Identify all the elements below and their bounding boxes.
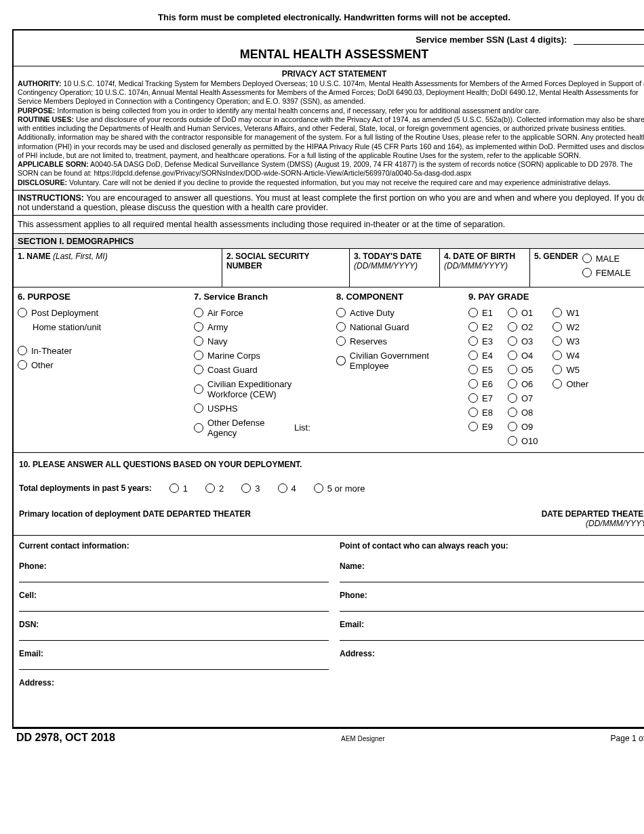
radio-w2[interactable]: [552, 322, 562, 332]
radio-e1[interactable]: [468, 308, 478, 317]
radio-male[interactable]: [582, 254, 592, 263]
radio-cg[interactable]: [194, 365, 203, 374]
routine-text: Use and disclosure of your records outsi…: [18, 115, 644, 159]
section-1-header: SECTION I. DEMOGRAPHICS: [14, 234, 644, 249]
radio-purpose-other[interactable]: [18, 360, 27, 370]
radio-in-theater[interactable]: [18, 346, 27, 355]
radio-dep-3[interactable]: [278, 483, 287, 493]
purpose-header: 6. PURPOSE: [18, 292, 194, 302]
opt-cg: Coast Guard: [207, 365, 258, 375]
radio-af[interactable]: [194, 308, 203, 317]
radio-ad[interactable]: [336, 308, 346, 317]
poc-email-field[interactable]: Email:: [340, 613, 644, 641]
radio-mc[interactable]: [194, 351, 203, 360]
opt-o7: O7: [521, 393, 533, 403]
radio-civ[interactable]: [336, 356, 346, 365]
address-field[interactable]: Address:: [19, 671, 329, 721]
radio-o5[interactable]: [508, 365, 517, 374]
opt-o1: O1: [521, 308, 533, 318]
radio-e9[interactable]: [468, 422, 478, 431]
form-title: MENTAL HEALTH ASSESSMENT: [14, 47, 644, 62]
opt-e3: E3: [482, 336, 493, 346]
radio-o3[interactable]: [508, 336, 517, 346]
contact-h2: Point of contact who can always reach yo…: [340, 541, 644, 551]
opt-o3: O3: [521, 336, 533, 346]
radio-cew[interactable]: [194, 384, 203, 394]
opt-af: Air Force: [207, 308, 243, 318]
opt-mc: Marine Corps: [207, 351, 260, 361]
radio-w4[interactable]: [552, 351, 562, 360]
radio-e5[interactable]: [468, 365, 478, 374]
opt-dep-1: 2: [219, 483, 224, 494]
radio-e6[interactable]: [468, 379, 478, 389]
radio-dep-4[interactable]: [314, 483, 323, 493]
poc-phone-field[interactable]: Phone:: [340, 584, 644, 612]
list-label: List:: [294, 422, 310, 433]
radio-navy[interactable]: [194, 336, 203, 346]
radio-o2[interactable]: [508, 322, 517, 332]
q10-date-fmt: (DD/MMM/YYYY): [586, 519, 644, 528]
opt-o2: O2: [521, 322, 533, 332]
cell-field[interactable]: Cell:: [19, 584, 329, 612]
dob-label: 4. DATE OF BIRTH: [444, 252, 515, 261]
radio-post-deployment[interactable]: [18, 308, 27, 317]
radio-e7[interactable]: [468, 393, 478, 403]
paygrade-w-col: W1W2W3W4W5Other: [552, 306, 588, 448]
radio-e3[interactable]: [468, 336, 478, 346]
radio-w3[interactable]: [552, 336, 562, 346]
radio-o8[interactable]: [508, 408, 517, 417]
poc-name-field[interactable]: Name:: [340, 555, 644, 582]
radio-o6[interactable]: [508, 379, 517, 389]
radio-e4[interactable]: [468, 351, 478, 360]
q10-header: 10. PLEASE ANSWER ALL QUESTIONS BASED ON…: [19, 460, 644, 469]
dsn-field[interactable]: DSN:: [19, 613, 329, 641]
phone-field[interactable]: Phone:: [19, 555, 329, 582]
row-1-5: 1. NAME (Last, First, MI) 2. SOCIAL SECU…: [14, 249, 644, 287]
radio-o4[interactable]: [508, 351, 517, 360]
radio-dep-1[interactable]: [205, 483, 215, 493]
opt-cew: Civilian Expeditionary Workforce (CEW): [207, 379, 309, 399]
radio-e2[interactable]: [468, 322, 478, 332]
radio-o9[interactable]: [508, 422, 517, 431]
email-field[interactable]: Email:: [19, 642, 329, 670]
opt-e8: E8: [482, 408, 493, 418]
paygrade-o-col: O1O2O3O4O5O6O7O8O9O10: [508, 306, 538, 448]
radio-dep-2[interactable]: [241, 483, 251, 493]
sorn-label: APPLICABLE SORN:: [18, 160, 89, 168]
opt-o8: O8: [521, 408, 533, 418]
radio-w5[interactable]: [552, 365, 562, 374]
disclosure-text: Voluntary. Care will not be denied if yo…: [67, 178, 611, 186]
radio-o7[interactable]: [508, 393, 517, 403]
radio-e8[interactable]: [468, 408, 478, 417]
component-header: 8. COMPONENT: [336, 292, 468, 302]
opt-civ: Civilian Government Employee: [350, 351, 468, 371]
opt-e7: E7: [482, 393, 493, 403]
opt-dep-3: 4: [291, 483, 296, 494]
opt-e6: E6: [482, 379, 493, 389]
radio-o1[interactable]: [508, 308, 517, 317]
radio-other[interactable]: [552, 379, 562, 389]
radio-female[interactable]: [582, 268, 592, 277]
poc-address-field[interactable]: Address:: [340, 642, 644, 692]
radio-dep-0[interactable]: [169, 483, 179, 493]
radio-army[interactable]: [194, 322, 203, 332]
today-date-label: 3. TODAY'S DATE: [354, 252, 422, 261]
branch-header: 7. Service Branch: [194, 292, 336, 302]
sorn-text: A0040-5A DASG DoD, Defense Medical Surve…: [18, 160, 632, 177]
page-number: Page 1 of 6: [611, 734, 644, 743]
radio-o10[interactable]: [508, 436, 517, 445]
form-container: Service member SSN (Last 4 digits): MENT…: [12, 29, 644, 729]
radio-res[interactable]: [336, 336, 346, 346]
contacts: Current contact information: Phone: Cell…: [14, 536, 644, 728]
radio-ng[interactable]: [336, 322, 346, 332]
opt-army: Army: [207, 322, 228, 332]
opt-dep-2: 3: [255, 483, 260, 494]
radio-w1[interactable]: [552, 308, 562, 317]
radio-usphs[interactable]: [194, 403, 203, 413]
today-date-fmt: (DD/MMM/YYYY): [354, 261, 418, 271]
opt-purpose-other: Other: [31, 360, 54, 370]
radio-oda[interactable]: [194, 423, 203, 433]
opt-w4: W4: [566, 351, 580, 361]
ssn-input[interactable]: [573, 44, 644, 45]
opt-o9: O9: [521, 422, 533, 432]
